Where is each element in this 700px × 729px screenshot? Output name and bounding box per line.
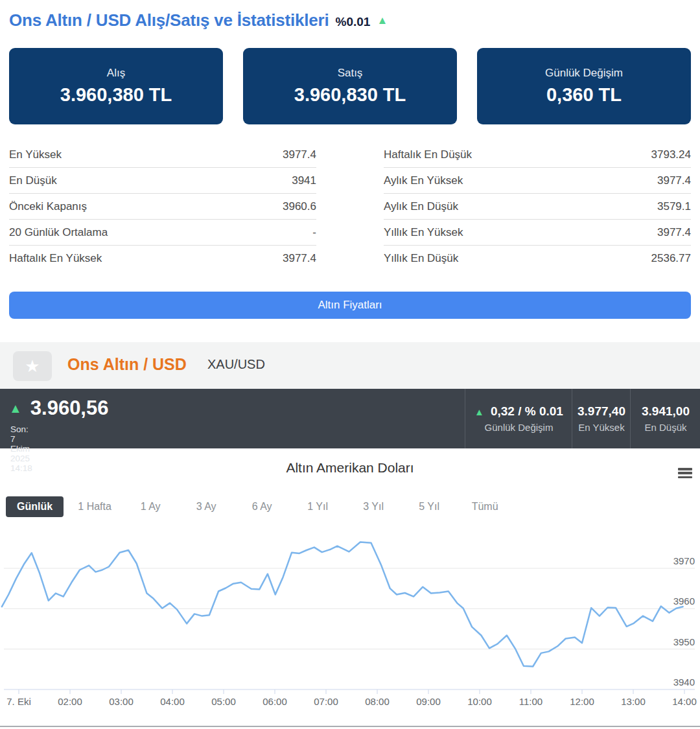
instrument-band: ★ Ons Altın / USD XAU/USD xyxy=(0,342,700,389)
table-row: Aylık En Düşük3579.1 xyxy=(384,194,691,220)
high-label: En Yüksek xyxy=(578,422,624,433)
last-price: 3.960,56 xyxy=(30,397,109,420)
tab-1-hafta[interactable]: 1 Hafta xyxy=(67,496,122,517)
tab-3-yil[interactable]: 3 Yıl xyxy=(345,496,401,517)
bottom-divider xyxy=(0,726,700,727)
svg-text:12:00: 12:00 xyxy=(570,696,594,707)
stat-value: 3977.4 xyxy=(657,174,691,187)
sell-label: Satış xyxy=(338,67,363,80)
stat-label: Haftalık En Düşük xyxy=(384,148,472,161)
high-value: 3.977,40 xyxy=(578,404,625,419)
low-value: 3.941,00 xyxy=(642,404,690,419)
stat-label: Aylık En Düşük xyxy=(384,200,458,213)
sell-value: 3.960,830 TL xyxy=(294,84,406,106)
ticker-daily-change-cell: ▲ 0,32 / % 0.01 Günlük Değişim xyxy=(465,389,572,448)
daily-change-label: Günlük Değişim xyxy=(545,67,623,80)
stat-value: - xyxy=(312,226,316,239)
page-header: Ons Altın / USD Alış/Satış ve İstatistik… xyxy=(9,10,388,30)
chart-menu-icon[interactable] xyxy=(678,468,692,478)
table-row: Aylık En Yüksek3977.4 xyxy=(384,168,691,194)
table-row: Yıllık En Düşük2536.77 xyxy=(384,246,691,271)
svg-text:3970: 3970 xyxy=(673,555,695,566)
stats-left-column: En Yüksek3977.4 En Düşük3941 Önceki Kapa… xyxy=(9,142,316,271)
stat-value: 3977.4 xyxy=(283,252,316,265)
stat-label: Yıllık En Yüksek xyxy=(384,226,463,239)
instrument-name: Ons Altın / USD xyxy=(67,355,187,374)
stat-value: 3793.24 xyxy=(651,148,691,161)
stat-value: 3941 xyxy=(292,174,316,187)
daily-change-value: 0,32 / % 0.01 xyxy=(491,404,563,419)
table-row: Haftalık En Yüksek3977.4 xyxy=(9,246,316,271)
stat-value: 3579.1 xyxy=(657,200,691,213)
daily-change-percent: %0.01 xyxy=(336,15,371,29)
table-row: Önceki Kapanış3960.6 xyxy=(9,194,316,220)
svg-text:10:00: 10:00 xyxy=(467,696,492,707)
sell-card: Satış 3.960,830 TL xyxy=(243,48,457,124)
ticker-low-cell: 3.941,00 En Düşük xyxy=(630,389,700,448)
svg-text:05:00: 05:00 xyxy=(211,696,236,707)
chart-title: Altın Amerikan Doları xyxy=(0,460,700,476)
buy-value: 3.960,380 TL xyxy=(60,84,172,106)
svg-text:3960: 3960 xyxy=(673,596,695,607)
table-row: Yıllık En Yüksek3977.4 xyxy=(384,220,691,246)
stat-value: 3977.4 xyxy=(283,148,316,161)
table-row: Haftalık En Düşük3793.24 xyxy=(384,142,691,168)
stat-label: En Düşük xyxy=(9,174,57,187)
svg-text:3940: 3940 xyxy=(673,677,695,688)
svg-text:06:00: 06:00 xyxy=(262,696,287,707)
svg-text:7. Eki: 7. Eki xyxy=(6,696,31,707)
stat-label: Yıllık En Düşük xyxy=(384,252,458,265)
tab-tumu[interactable]: Tümü xyxy=(457,496,513,517)
svg-text:14:00: 14:00 xyxy=(672,696,697,707)
stats-right-column: Haftalık En Düşük3793.24 Aylık En Yüksek… xyxy=(384,142,691,271)
table-row: En Yüksek3977.4 xyxy=(9,142,316,168)
stat-label: 20 Günlük Ortalama xyxy=(9,226,108,239)
svg-text:3950: 3950 xyxy=(673,636,695,647)
svg-text:04:00: 04:00 xyxy=(160,696,185,707)
page: Ons Altın / USD Alış/Satış ve İstatistik… xyxy=(0,0,700,729)
price-chart[interactable]: 7. Eki02:0003:0004:0005:0006:0007:0008:0… xyxy=(0,531,700,719)
buy-card: Alış 3.960,380 TL xyxy=(9,48,223,124)
tab-5-yil[interactable]: 5 Yıl xyxy=(401,496,457,517)
table-row: 20 Günlük Ortalama- xyxy=(9,220,316,246)
stat-label: Haftalık En Yüksek xyxy=(9,252,102,265)
ticker-high-cell: 3.977,40 En Yüksek xyxy=(572,389,631,448)
svg-text:11:00: 11:00 xyxy=(519,696,542,707)
stat-label: Önceki Kapanış xyxy=(9,200,87,213)
gold-prices-button[interactable]: Altın Fiyatları xyxy=(9,292,691,319)
page-title: Ons Altın / USD Alış/Satış ve İstatistik… xyxy=(9,10,329,30)
ticker-bar: ▲ 3.960,56 Son: 7 Ekim 2025 14:18 ▲ 0,32… xyxy=(0,389,700,448)
tab-gunluk[interactable]: Günlük xyxy=(6,496,64,517)
daily-change-card: Günlük Değişim 0,360 TL xyxy=(477,48,691,124)
svg-text:02:00: 02:00 xyxy=(58,696,82,707)
tab-1-yil[interactable]: 1 Yıl xyxy=(290,496,345,517)
tab-1-ay[interactable]: 1 Ay xyxy=(122,496,178,517)
low-label: En Düşük xyxy=(644,422,686,433)
instrument-code: XAU/USD xyxy=(207,357,265,372)
price-cards: Alış 3.960,380 TL Satış 3.960,830 TL Gün… xyxy=(9,48,691,124)
up-arrow-icon: ▲ xyxy=(377,14,388,27)
stat-label: En Yüksek xyxy=(9,148,62,161)
daily-change-value: 0,360 TL xyxy=(546,84,622,106)
buy-label: Alış xyxy=(107,67,125,80)
favorite-star-button[interactable]: ★ xyxy=(13,351,52,381)
stat-value: 3960.6 xyxy=(283,200,316,213)
svg-text:09:00: 09:00 xyxy=(416,696,441,707)
tab-3-ay[interactable]: 3 Ay xyxy=(178,496,234,517)
range-tabs: Günlük 1 Hafta 1 Ay 3 Ay 6 Ay 1 Yıl 3 Yı… xyxy=(6,496,513,517)
tab-6-ay[interactable]: 6 Ay xyxy=(234,496,290,517)
svg-text:13:00: 13:00 xyxy=(621,696,646,707)
svg-text:08:00: 08:00 xyxy=(365,696,390,707)
svg-text:03:00: 03:00 xyxy=(109,696,134,707)
statistics-table: En Yüksek3977.4 En Düşük3941 Önceki Kapa… xyxy=(9,142,691,271)
daily-change-label: Günlük Değişim xyxy=(485,422,554,433)
up-arrow-icon: ▲ xyxy=(9,401,22,416)
svg-text:07:00: 07:00 xyxy=(314,696,338,707)
stat-label: Aylık En Yüksek xyxy=(384,174,463,187)
star-icon: ★ xyxy=(25,356,40,376)
up-arrow-icon: ▲ xyxy=(474,406,484,417)
stat-value: 3977.4 xyxy=(657,226,691,239)
stat-value: 2536.77 xyxy=(651,252,691,265)
table-row: En Düşük3941 xyxy=(9,168,316,194)
